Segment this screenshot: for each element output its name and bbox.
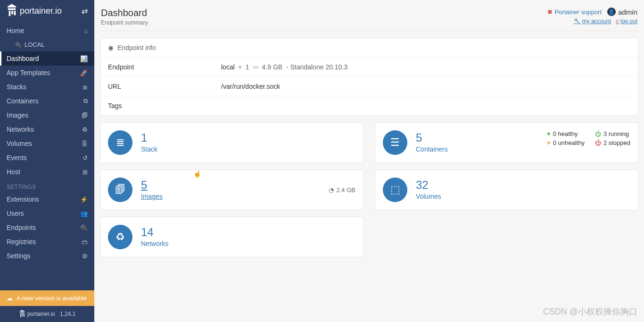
portainer-logo-icon [7, 4, 17, 18]
current-user: 👤 admin [607, 8, 637, 16]
sidebar-toggle-icon[interactable]: ⇄ [82, 7, 88, 16]
sidebar-item-label: Volumes [7, 140, 32, 147]
bolt-icon: ⚡ [80, 196, 88, 203]
plug-icon: 🔌 [80, 224, 88, 231]
sidebar-item-label: Dashboard [7, 55, 39, 62]
sidebar-item-volumes[interactable]: Volumes 🗄 [0, 136, 94, 151]
tile-containers[interactable]: ☰ 5 Containers ♥0 healthy ⏻3 running ♥0 … [375, 122, 638, 163]
sidebar-item-label: Containers [7, 97, 39, 105]
panel-header: ◉ Endpoint info [100, 38, 638, 58]
cogs-icon: ⚙ [82, 253, 88, 260]
users-icon: 👥 [80, 210, 88, 217]
sidebar-section-settings: SETTINGS [0, 179, 94, 192]
tile-label: Containers [416, 145, 448, 153]
sidebar-item-settings[interactable]: Settings ⚙ [0, 249, 94, 263]
tile-volumes[interactable]: ⬚ 32 Volumes [375, 169, 638, 210]
update-text: A new version is available [17, 295, 87, 302]
tags-value [214, 96, 638, 115]
sidebar-menu: Home ⌂ 🔌LOCAL Dashboard 📊 App Templates … [0, 22, 94, 290]
sidebar-item-label: Endpoints [7, 224, 36, 231]
memory-icon: ▭ [253, 64, 258, 70]
main-content: Dashboard Endpoint summary ✖ Portainer s… [94, 0, 644, 322]
hdd-icon: 🗄 [82, 140, 88, 147]
sidebar-item-endpoints[interactable]: Endpoints 🔌 [0, 220, 94, 235]
user-avatar-icon: 👤 [607, 8, 616, 16]
tile-count: 14 [141, 227, 168, 238]
page-subtitle: Endpoint summary [101, 19, 148, 26]
sidebar-item-label: Settings [7, 252, 31, 260]
url-row: URL /var/run/docker.sock [100, 77, 638, 96]
tile-images[interactable]: 🗐 5 Images ◔ 2.4 GB [100, 169, 363, 210]
microchip-icon: ⌗ [239, 64, 242, 70]
sidebar-item-label: App Templates [7, 69, 50, 76]
tile-count: 32 [416, 179, 441, 191]
sidebar-item-extensions[interactable]: Extensions ⚡ [0, 192, 94, 206]
log-out-link[interactable]: ⎋log out [616, 18, 637, 25]
heartbeat-icon: ♥ [547, 139, 551, 146]
sidebar-item-images[interactable]: Images 🗐 [0, 108, 94, 122]
tile-images-size: ◔ 2.4 GB [329, 186, 355, 194]
footer-brand: portainer.io [19, 310, 55, 318]
sidebar-item-label: Users [7, 210, 24, 217]
watermark-text: CSDN @小权权捶你胸口 [543, 306, 637, 317]
home-icon: ⌂ [84, 27, 88, 34]
sidebar-item-app-templates[interactable]: App Templates 🚀 [0, 66, 94, 80]
power-icon: ⏻ [595, 130, 601, 137]
sidebar-item-users[interactable]: Users 👥 [0, 206, 94, 220]
sidebar-item-label: Stacks [7, 83, 26, 91]
sidebar-item-label: Host [7, 168, 20, 176]
url-value: /var/run/docker.sock [214, 77, 638, 96]
tile-stacks[interactable]: ≣ 1 Stack [100, 122, 363, 163]
wrench-icon: 🔧 [574, 18, 581, 25]
tachometer-icon: ◉ [108, 44, 114, 51]
th-icon: ⊞ [83, 169, 88, 176]
sidebar-item-networks[interactable]: Networks ♻ [0, 122, 94, 136]
tags-row: Tags [100, 96, 638, 115]
sitemap-icon: ♻ [108, 225, 132, 249]
sidebar-item-host[interactable]: Host ⊞ [0, 165, 94, 179]
clone-icon: 🗐 [82, 112, 88, 119]
plug-icon: 🔌 [15, 42, 22, 48]
sidebar-update-banner[interactable]: ☁ A new version is available [0, 290, 94, 306]
history-icon: ↺ [83, 154, 88, 161]
sidebar-logo-bar: portainer.io ⇄ [0, 0, 94, 22]
sidebar-item-label: Extensions [7, 195, 39, 203]
endpoint-label: Endpoint [100, 58, 214, 76]
heartbeat-icon: ♥ [547, 130, 551, 137]
sidebar-item-label: Images [7, 111, 28, 119]
sidebar-sub-label: LOCAL [25, 41, 45, 48]
sidebar-item-label: Registries [7, 238, 36, 246]
brand[interactable]: portainer.io [7, 4, 62, 18]
sidebar-item-registries[interactable]: Registries 🗃 [0, 235, 94, 249]
sidebar-item-label: Home [7, 27, 24, 34]
sidebar-item-stacks[interactable]: Stacks ≣ [0, 80, 94, 94]
life-ring-icon: ✖ [547, 8, 553, 16]
sidebar-item-events[interactable]: Events ↺ [0, 151, 94, 165]
container-stats: ♥0 healthy ⏻3 running ♥0 unhealthy ⏻2 st… [547, 130, 630, 146]
sign-out-icon: ⎋ [616, 18, 619, 25]
tile-label: Images [141, 193, 163, 200]
url-label: URL [100, 77, 214, 96]
sidebar-item-containers[interactable]: Containers ⧉ [0, 94, 94, 108]
tags-label: Tags [100, 96, 214, 115]
sidebar-item-label: Networks [7, 126, 34, 133]
tile-count: 5 [141, 179, 163, 191]
cubes-icon: ⬚ [383, 178, 407, 202]
cloud-download-icon: ☁ [7, 295, 13, 302]
th-list-icon: ≣ [108, 130, 132, 155]
support-link[interactable]: ✖ Portainer support [547, 8, 602, 16]
brand-text: portainer.io [20, 6, 62, 16]
sidebar-item-dashboard[interactable]: Dashboard 📊 [0, 51, 94, 66]
tile-networks[interactable]: ♻ 14 Networks [100, 217, 363, 257]
sidebar: portainer.io ⇄ Home ⌂ 🔌LOCAL Dashboard 📊… [0, 0, 94, 322]
my-account-link[interactable]: 🔧my account [574, 18, 611, 25]
sidebar-subitem-local[interactable]: 🔌LOCAL [0, 38, 94, 51]
chart-pie-icon: ◔ [329, 186, 334, 194]
tile-label: Volumes [416, 193, 441, 200]
power-icon: ⏻ [595, 139, 601, 146]
endpoint-info-panel: ◉ Endpoint info Endpoint local ⌗1 ▭4.9 G… [100, 38, 638, 116]
sitemap-icon: ♻ [82, 126, 88, 133]
database-icon: 🗃 [82, 238, 88, 246]
sidebar-item-home[interactable]: Home ⌂ [0, 24, 94, 38]
endpoint-value: local ⌗1 ▭4.9 GB - Standalone 20.10.3 [214, 58, 638, 76]
